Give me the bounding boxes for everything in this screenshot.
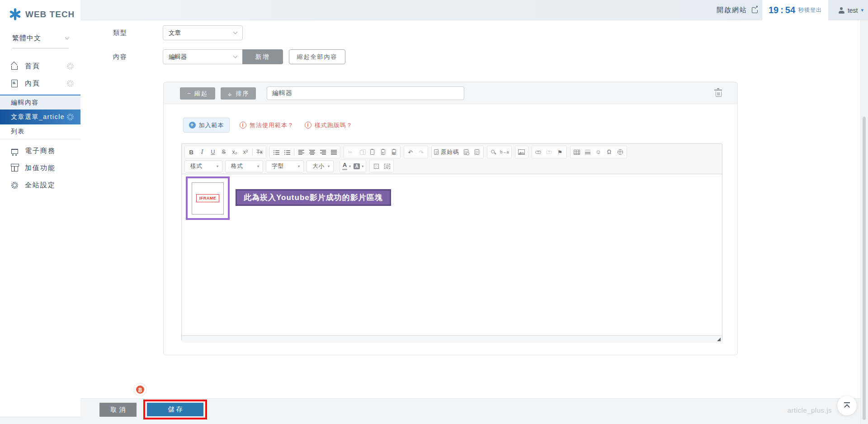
template-warning-link[interactable]: i 無法使用範本？ bbox=[240, 121, 294, 129]
copy-button bbox=[356, 147, 367, 157]
templates-button[interactable] bbox=[472, 147, 482, 157]
sidebar-item-ecommerce[interactable]: 電子商務 bbox=[0, 142, 80, 159]
strikethrough-button[interactable]: S bbox=[218, 147, 229, 157]
undo-button[interactable]: ↶ bbox=[405, 147, 416, 157]
align-right-button[interactable] bbox=[317, 147, 328, 157]
toolbar-row-1: BIUSx₂x²Tx✂TW↶↷原始碼b→a⚑☺Ω bbox=[184, 146, 719, 158]
collapse-button[interactable]: − 縮起 bbox=[180, 87, 215, 100]
template-row: + 加入範本 i 無法使用範本？ i 樣式跑版嗎？ bbox=[183, 118, 353, 133]
page-scrollbar-thumb[interactable] bbox=[863, 117, 866, 420]
trash-icon bbox=[716, 91, 722, 97]
sidebar-item-edit-content[interactable]: 編輯內容 bbox=[0, 95, 80, 110]
numbered-list-button[interactable] bbox=[271, 147, 282, 157]
find-button[interactable] bbox=[488, 147, 499, 157]
bulleted-list-button[interactable] bbox=[282, 147, 292, 157]
superscript-button[interactable]: x² bbox=[240, 147, 251, 157]
paste-word-button[interactable]: W bbox=[388, 147, 399, 157]
paste-button[interactable] bbox=[367, 147, 377, 157]
horizontal-rule-button[interactable] bbox=[582, 147, 593, 157]
editor-toolbar: BIUSx₂x²Tx✂TW↶↷原始碼b→a⚑☺Ω 樣式▾格式▾字型▾大小▾A▾A… bbox=[182, 144, 722, 174]
sidebar-item-home[interactable]: 首頁 bbox=[0, 57, 80, 75]
chevron-down-icon bbox=[65, 35, 70, 40]
countdown-suffix: 秒後登出 bbox=[798, 6, 822, 14]
paste-text-button[interactable]: T bbox=[377, 147, 388, 157]
subscript-button[interactable]: x₂ bbox=[229, 147, 240, 157]
move-icon bbox=[227, 91, 233, 96]
format-combo[interactable]: 格式▾ bbox=[225, 160, 263, 172]
sidebar-item-article-menu[interactable]: 文章選單_article bbox=[0, 110, 80, 124]
maximize-button[interactable] bbox=[371, 161, 382, 172]
block-title-input[interactable] bbox=[267, 86, 464, 100]
page-scrollbar-track[interactable] bbox=[860, 20, 868, 424]
language-label: 繁體中文 bbox=[12, 34, 41, 43]
gear-icon[interactable] bbox=[68, 81, 72, 86]
styles-combo[interactable]: 樣式▾ bbox=[184, 160, 222, 172]
size-combo[interactable]: 大小▾ bbox=[307, 160, 334, 172]
table-button[interactable] bbox=[571, 147, 582, 157]
sidebar-item-addon-features[interactable]: 加值功能 bbox=[0, 159, 80, 176]
underline-button[interactable]: U bbox=[208, 147, 218, 157]
info-icon: i bbox=[240, 122, 246, 129]
special-char-button[interactable]: Ω bbox=[604, 147, 615, 157]
style-warning-link[interactable]: i 樣式跑版嗎？ bbox=[305, 121, 353, 129]
add-button[interactable]: 新增 bbox=[242, 49, 283, 64]
sidebar-item-site-settings[interactable]: 全站設定 bbox=[0, 176, 80, 194]
replace-button[interactable]: b→a bbox=[499, 147, 510, 157]
preview-button[interactable] bbox=[461, 147, 472, 157]
type-select[interactable]: 文章 bbox=[163, 25, 243, 40]
resize-handle[interactable] bbox=[716, 336, 722, 343]
sidebar-item-inner-page[interactable]: 內頁 bbox=[0, 75, 80, 92]
iframe-button[interactable] bbox=[615, 147, 626, 157]
font-combo[interactable]: 字型▾ bbox=[266, 160, 304, 172]
home-icon bbox=[10, 62, 19, 71]
delete-block-button[interactable] bbox=[713, 88, 724, 99]
cart-icon bbox=[10, 147, 19, 156]
scroll-top-icon bbox=[844, 402, 850, 403]
align-left-button[interactable] bbox=[296, 147, 307, 157]
bold-button[interactable]: B bbox=[186, 147, 197, 157]
footer-bar: 取消 儲存 8 article_plus.js bbox=[80, 398, 868, 424]
sort-button[interactable]: 排序 bbox=[221, 87, 256, 100]
user-menu[interactable]: test ▾ bbox=[839, 0, 863, 20]
iframe-placeholder-selected[interactable]: IFRAME bbox=[186, 176, 230, 220]
italic-button[interactable]: I bbox=[197, 147, 208, 157]
countdown-colon: : bbox=[780, 5, 783, 15]
annotation-callout: 此為崁入Youtube影片成功的影片區塊 bbox=[236, 189, 391, 206]
content-select[interactable]: 編輯器 bbox=[163, 49, 243, 64]
save-button[interactable]: 儲存 bbox=[147, 403, 203, 416]
info-icon: i bbox=[305, 122, 311, 129]
plus-icon: + bbox=[189, 122, 196, 129]
add-template-button[interactable]: + 加入範本 bbox=[183, 118, 230, 133]
rich-text-editor: BIUSx₂x²Tx✂TW↶↷原始碼b→a⚑☺Ω 樣式▾格式▾字型▾大小▾A▾A… bbox=[181, 143, 722, 341]
source-button[interactable]: 原始碼 bbox=[433, 147, 461, 157]
editor-content-area[interactable]: IFRAME 此為崁入Youtube影片成功的影片區塊 bbox=[182, 174, 722, 335]
smiley-button[interactable]: ☺ bbox=[593, 147, 604, 157]
remove-format-button[interactable]: Tx bbox=[254, 147, 265, 157]
open-site-button[interactable]: 開啟網站 bbox=[717, 0, 758, 20]
collapse-all-button[interactable]: 縮起全部內容 bbox=[289, 49, 345, 64]
countdown-minutes: 19 bbox=[769, 5, 778, 15]
justify-button[interactable] bbox=[328, 147, 339, 157]
anchor-button[interactable]: ⚑ bbox=[555, 147, 566, 157]
link-button[interactable] bbox=[533, 147, 544, 157]
language-select[interactable]: 繁體中文 bbox=[12, 34, 69, 48]
iframe-placeholder-label: IFRAME bbox=[196, 194, 220, 202]
script-filename: article_plus.js bbox=[788, 406, 832, 414]
open-site-label: 開啟網站 bbox=[717, 6, 747, 14]
editor-status-bar bbox=[182, 335, 722, 343]
show-blocks-button[interactable] bbox=[382, 161, 392, 172]
gear-icon[interactable] bbox=[68, 64, 72, 68]
image-button[interactable] bbox=[516, 147, 527, 157]
chevron-up-icon bbox=[844, 404, 850, 410]
text-color-button[interactable]: A▾ bbox=[341, 161, 352, 172]
type-label: 類型 bbox=[113, 25, 127, 40]
align-center-button[interactable] bbox=[307, 147, 317, 157]
scroll-to-top-button[interactable] bbox=[837, 396, 857, 415]
sidebar-item-list[interactable]: 列表 bbox=[0, 124, 80, 139]
user-icon bbox=[839, 7, 844, 14]
bg-color-button[interactable]: A▾ bbox=[352, 161, 365, 172]
topbar: 開啟網站 19 : 54 秒後登出 test ▾ bbox=[80, 0, 868, 20]
cancel-button[interactable]: 取消 bbox=[99, 403, 137, 417]
content-block-panel: − 縮起 排序 + 加入範本 i 無法使用範本？ i 樣式跑 bbox=[163, 82, 738, 355]
gear-icon[interactable] bbox=[68, 115, 72, 119]
